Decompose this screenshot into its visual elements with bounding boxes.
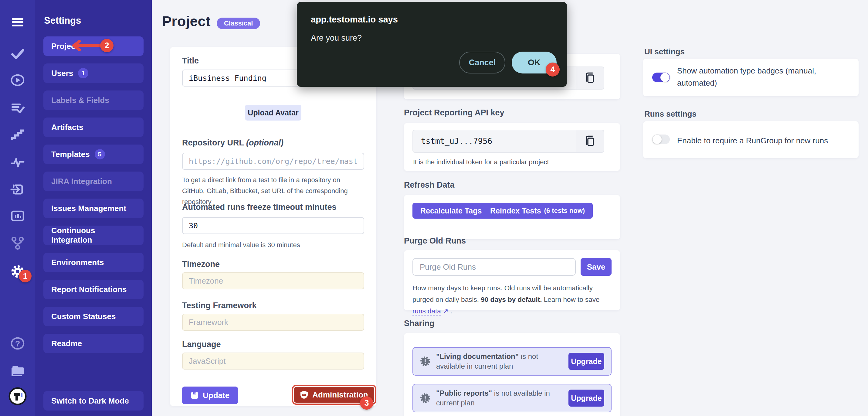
sidebar-item-artifacts[interactable]: Artifacts	[43, 118, 144, 137]
sidebar-item-users[interactable]: Users 1	[43, 63, 144, 83]
bar-chart-icon	[10, 208, 26, 224]
testing-framework-input[interactable]	[182, 314, 364, 331]
icon-rail: ?	[0, 0, 35, 416]
rungroup-text: Enable to require a RunGroup for new run…	[677, 135, 850, 147]
api-key-help: It is the individual token for a particu…	[413, 158, 549, 166]
sidebar-item-custom-statuses[interactable]: Custom Statuses	[43, 307, 144, 326]
language-input[interactable]	[182, 353, 364, 369]
list-check-icon	[10, 100, 26, 116]
administration-button-label: Administration	[312, 390, 368, 399]
sidebar-item-report-notifications[interactable]: Report Notifications	[43, 280, 144, 299]
sidebar-item-label: Users	[51, 69, 73, 78]
purge-help: How many days to keep runs. Old runs wil…	[412, 283, 603, 317]
shield-icon	[300, 390, 308, 399]
dialog-title: app.testomat.io says	[311, 14, 398, 25]
sidebar-item-label: Report Notifications	[51, 285, 127, 294]
living-documentation-banner: "Living documentation" is not available …	[412, 347, 612, 376]
feature-name: "Living documentation"	[436, 352, 519, 360]
milestones-nav-button[interactable]	[0, 127, 35, 144]
question-icon: ?	[10, 335, 26, 351]
recalculate-tags-button[interactable]: Recalculate Tags	[412, 203, 490, 219]
repository-url-label: Repository URL (optional)	[182, 138, 283, 148]
sidebar-item-label: Artifacts	[51, 123, 83, 132]
reindex-tests-button[interactable]: Reindex Tests (6 tests now)	[482, 203, 593, 219]
project-form-card: Title Upload Avatar Repository URL (opti…	[170, 47, 376, 406]
upload-avatar-button[interactable]: Upload Avatar	[245, 105, 301, 121]
page-title: Project	[162, 13, 210, 29]
save-icon	[191, 391, 198, 399]
annotation-4: 4	[546, 63, 560, 77]
reindex-count: (6 tests now)	[544, 207, 585, 215]
purge-days-input[interactable]	[412, 258, 576, 276]
reindex-label: Reindex Tests	[490, 206, 541, 215]
purge-help-bold: 90 days by default.	[481, 296, 542, 303]
git-fork-icon	[10, 235, 26, 251]
sidebar-item-label: Switch to Dark Mode	[51, 396, 129, 406]
plans-nav-button[interactable]	[0, 99, 35, 117]
cancel-button[interactable]: Cancel	[459, 52, 505, 73]
browser-confirm-dialog: app.testomat.io says Are you sure? Cance…	[297, 2, 567, 87]
copy-icon	[585, 135, 595, 147]
rungroup-toggle[interactable]	[652, 135, 670, 144]
freeze-timeout-input[interactable]	[182, 217, 364, 234]
svg-text:?: ?	[15, 339, 20, 348]
upgrade-button[interactable]: Upgrade	[568, 390, 604, 407]
sidebar-item-environments[interactable]: Environments	[43, 252, 144, 272]
sidebar-item-jira[interactable]: JIRA Integration	[43, 172, 144, 191]
analytics-nav-button[interactable]	[0, 154, 35, 171]
title-label: Title	[182, 56, 199, 66]
branches-nav-button[interactable]	[0, 234, 35, 251]
banner-text: "Living documentation" is not available …	[436, 352, 558, 371]
annotation-1: 1	[19, 270, 32, 283]
runs-settings-card: Enable to require a RunGroup for new run…	[643, 121, 859, 158]
account-avatar[interactable]	[0, 388, 35, 405]
projects-button[interactable]	[0, 362, 35, 379]
dark-mode-toggle-button[interactable]: Switch to Dark Mode	[43, 391, 144, 411]
api-key-value: tstmt_uJ...7956	[412, 130, 576, 153]
sidebar-item-ci[interactable]: Continuous Integration	[43, 226, 144, 245]
testomat-logo-icon	[8, 387, 27, 406]
testing-framework-label: Testing Framework	[182, 301, 257, 310]
activity-icon	[10, 154, 26, 170]
steps-icon	[10, 127, 26, 143]
ui-settings-label: UI settings	[644, 47, 685, 57]
api-key-group: tstmt_uJ...7956	[412, 130, 604, 153]
copy-api-key-button[interactable]	[576, 130, 604, 153]
external-link-icon: ↗	[443, 307, 448, 315]
reports-nav-button[interactable]	[0, 207, 35, 225]
optional-hint: (optional)	[246, 138, 283, 147]
repository-url-input[interactable]	[182, 153, 364, 170]
tests-nav-button[interactable]	[0, 45, 35, 62]
automation-badges-toggle[interactable]	[652, 72, 670, 82]
sidebar-item-readme[interactable]: Readme	[43, 334, 144, 353]
freeze-timeout-help: Default and minimal value is 30 minutes	[182, 240, 364, 250]
runs-nav-button[interactable]	[0, 72, 35, 89]
import-nav-button[interactable]	[0, 181, 35, 198]
dialog-message: Are you sure?	[311, 33, 362, 43]
feature-name: "Public reports"	[436, 389, 492, 397]
sidebar-item-templates[interactable]: Templates 5	[43, 145, 144, 164]
sidebar-item-label: Issues Management	[51, 204, 126, 213]
language-label: Language	[182, 340, 221, 349]
play-circle-icon	[10, 72, 26, 88]
sidebar-item-issues[interactable]: Issues Management	[43, 199, 144, 218]
sidebar-item-label: Custom Statuses	[51, 312, 116, 321]
save-button[interactable]: Save	[581, 258, 612, 276]
help-button[interactable]: ?	[0, 335, 35, 352]
upgrade-button[interactable]: Upgrade	[568, 353, 604, 370]
app-window: ? Settings Project Users 1 Label	[0, 0, 868, 416]
copy-project-id-button[interactable]	[576, 66, 604, 90]
timezone-input[interactable]	[182, 272, 364, 289]
runs-data-link[interactable]: runs data	[412, 307, 441, 316]
update-button[interactable]: Update	[182, 387, 238, 404]
runs-settings-label: Runs settings	[644, 109, 696, 119]
sidebar-item-labels-fields[interactable]: Labels & Fields	[43, 90, 144, 110]
menu-button[interactable]	[0, 14, 35, 31]
sidebar-title: Settings	[44, 15, 81, 26]
copy-icon	[585, 72, 595, 84]
toggle-knob	[660, 73, 670, 82]
sidebar-item-label: Environments	[51, 258, 104, 267]
refresh-data-card: Recalculate Tags Reindex Tests (6 tests …	[404, 195, 620, 239]
sign-in-icon	[10, 182, 26, 197]
sidebar-item-label: Readme	[51, 339, 82, 348]
